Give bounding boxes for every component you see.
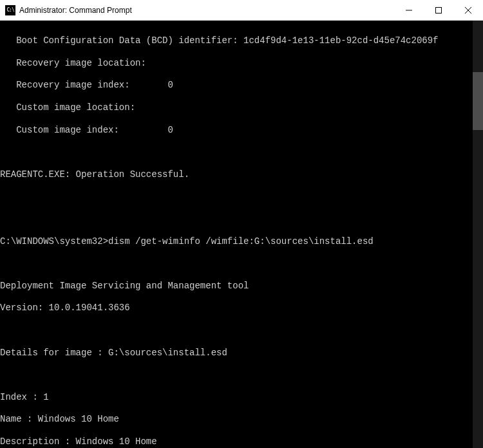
output-line: Version: 10.0.19041.3636	[0, 303, 439, 313]
prompt-line: C:\WINDOWS\system32>dism /get-wiminfo /w…	[0, 236, 439, 247]
output-line: Name : Windows 10 Home	[0, 414, 439, 425]
output-line	[0, 369, 439, 380]
output-line	[0, 147, 439, 158]
output-line: Recovery image index: 0	[0, 80, 439, 91]
output-line: Description : Windows 10 Home	[0, 436, 439, 447]
window-title: Administrator: Command Prompt	[19, 6, 394, 15]
output-line	[0, 325, 439, 336]
scrollbar-track[interactable]	[473, 21, 483, 448]
output-line	[0, 258, 439, 269]
terminal-output: Boot Configuration Data (BCD) identifier…	[0, 21, 439, 448]
cmd-icon: C:\	[5, 5, 15, 15]
output-line: Boot Configuration Data (BCD) identifier…	[0, 35, 439, 46]
svg-rect-1	[436, 7, 442, 13]
window-controls	[394, 0, 483, 20]
output-line	[0, 191, 439, 202]
scrollbar-thumb[interactable]	[473, 72, 483, 130]
output-line	[0, 214, 439, 225]
output-line: REAGENTC.EXE: Operation Successful.	[0, 169, 439, 180]
output-line: Deployment Image Servicing and Managemen…	[0, 281, 439, 292]
output-line: Details for image : G:\sources\install.e…	[0, 348, 439, 359]
output-line: Custom image location:	[0, 102, 439, 113]
close-button[interactable]	[453, 0, 483, 20]
maximize-button[interactable]	[424, 0, 453, 20]
output-line: Recovery image location:	[0, 58, 439, 69]
minimize-button[interactable]	[394, 0, 424, 20]
terminal-area[interactable]: Boot Configuration Data (BCD) identifier…	[0, 21, 483, 448]
output-line: Custom image index: 0	[0, 125, 439, 136]
output-line: Index : 1	[0, 392, 439, 403]
window-titlebar: C:\ Administrator: Command Prompt	[0, 0, 483, 21]
